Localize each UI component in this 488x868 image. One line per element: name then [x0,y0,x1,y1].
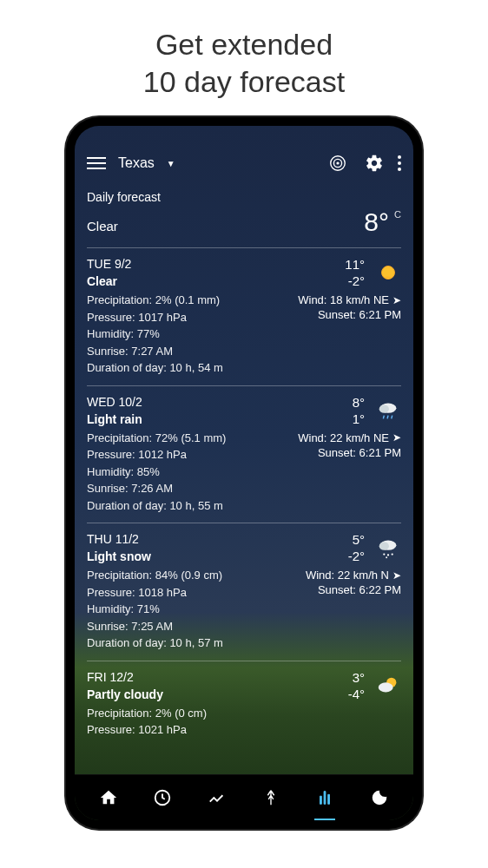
day-wind: Wind: 22 km/h NE ➤ [298,431,401,444]
forecast-content[interactable]: Daily forecast Clear 8° C TUE 9/2 Clear … [75,180,413,774]
svg-point-2 [337,162,339,164]
day-sunrise: Sunrise: 7:27 AM [87,343,401,360]
daily-forecast-label: Daily forecast [87,190,401,204]
weather-icon [375,535,401,561]
svg-point-12 [383,553,385,555]
day-wind: Wind: 22 km/h N ➤ [306,569,401,582]
day-duration: Duration of day: 10 h, 55 m [87,497,401,515]
temp-high: 8° [353,395,365,410]
weather-icon [375,673,401,699]
svg-point-6 [379,404,389,412]
phone-frame: Texas ▼ Daily forecast Clear [66,117,422,829]
day-sunset: Sunset: 6:21 PM [298,308,401,321]
forecast-day[interactable]: WED 10/2 Light rain Precipitation: 72% (… [87,386,401,523]
day-duration: Duration of day: 10 h, 57 m [87,635,401,652]
forecast-day[interactable]: TUE 9/2 Clear Precipitation: 2% (0.1 mm)… [87,248,401,385]
day-summary-right: 5° -2° Wind: 22 km/h N ➤ Sunset: 6:22 PM [306,532,401,596]
nav-moon-icon[interactable] [367,786,392,810]
current-temperature: 8° [364,207,389,237]
day-precipitation: Precipitation: 2% (0 cm) [87,705,401,722]
app-screen: Texas ▼ Daily forecast Clear [75,126,413,820]
wind-direction-icon: ➤ [392,294,401,306]
nav-wind-icon[interactable] [259,786,283,810]
svg-point-13 [387,554,389,556]
more-options-icon[interactable] [398,155,401,171]
temp-low: 1° [353,411,365,426]
current-weather-header: Daily forecast Clear 8° C [87,180,401,247]
top-bar: Texas ▼ [75,126,413,180]
nav-clock-icon[interactable] [150,786,175,810]
day-humidity: Humidity: 85% [87,464,401,481]
nav-trend-icon[interactable] [205,786,229,810]
location-dropdown-icon[interactable]: ▼ [167,159,175,168]
svg-line-9 [392,415,392,418]
weather-icon [375,398,401,424]
svg-point-17 [379,682,393,692]
day-duration: Duration of day: 10 h, 54 m [87,359,401,377]
day-pressure: Pressure: 1021 hPa [87,721,401,739]
nav-home-icon[interactable] [96,786,121,810]
day-sunrise: Sunrise: 7:26 AM [87,480,401,497]
wind-direction-icon: ➤ [392,569,401,582]
day-sunset: Sunset: 6:21 PM [298,446,401,459]
forecast-day[interactable]: FRI 12/2 Partly cloudy Precipitation: 2%… [87,661,401,747]
weather-icon [375,260,401,286]
temp-high: 3° [353,670,365,685]
forecast-day[interactable]: THU 11/2 Light snow Precipitation: 84% (… [87,523,401,661]
promo-heading: Get extended 10 day forecast [126,0,362,117]
svg-point-15 [386,556,387,558]
day-sunrise: Sunrise: 7:25 AM [87,618,401,635]
temperature-unit: C [394,209,401,220]
day-humidity: Humidity: 77% [87,326,401,343]
temp-low: -2° [348,273,365,288]
day-sunset: Sunset: 6:22 PM [306,583,401,596]
promo-line1: Get extended [155,28,333,61]
day-wind: Wind: 18 km/h NE ➤ [298,293,401,306]
temp-low: -4° [348,687,365,701]
bottom-navigation [75,774,413,820]
day-summary-right: 11° -2° Wind: 18 km/h NE ➤ Sunset: 6:21 … [298,257,401,321]
temp-high: 5° [353,532,365,547]
svg-line-8 [387,415,388,418]
radar-icon[interactable] [328,154,347,173]
day-summary-right: 8° 1° Wind: 22 km/h NE ➤ Sunset: 6:21 PM [298,395,401,459]
svg-point-11 [379,542,389,549]
temp-low: -2° [348,549,365,563]
wind-direction-icon: ➤ [392,431,401,444]
svg-line-7 [383,415,384,418]
day-humidity: Humidity: 71% [87,601,401,618]
current-condition: Clear [87,219,118,233]
hamburger-menu-icon[interactable] [87,157,106,169]
svg-point-14 [392,553,393,555]
nav-bars-icon[interactable] [313,786,337,810]
promo-line2: 10 day forecast [143,65,345,98]
location-label[interactable]: Texas [118,155,155,171]
gear-icon[interactable] [365,154,384,173]
day-summary-right: 3° -4° [348,670,401,701]
temp-high: 11° [345,257,365,272]
